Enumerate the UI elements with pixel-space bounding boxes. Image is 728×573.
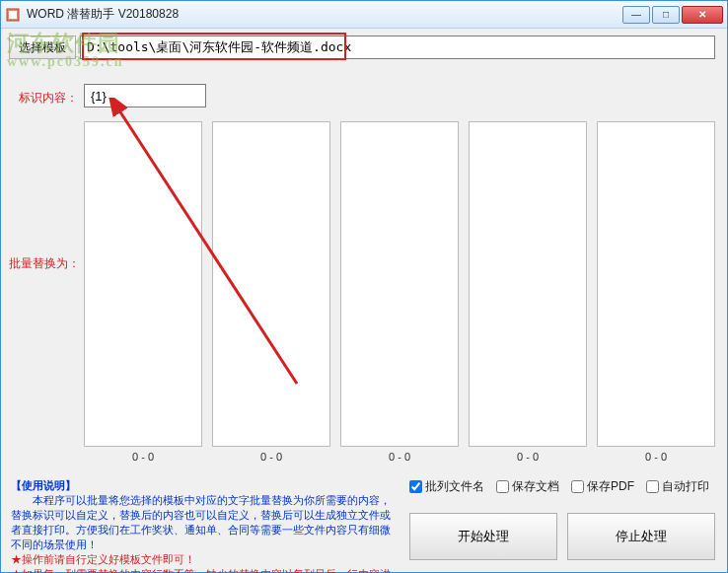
window-title: WORD 潜替助手 V20180828	[27, 6, 622, 23]
stop-button[interactable]: 停止处理	[567, 513, 715, 560]
app-window: WORD 潜替助手 V20180828 — □ ✕ 选择模板 标识内容： 批量替…	[0, 0, 728, 573]
identifier-label: 标识内容：	[19, 90, 78, 107]
help-line-3: ★如果每一列需要替换的内容行数不等，缺少的替换内容以每列最后一行内容进行替换！	[11, 568, 391, 573]
auto-print-input[interactable]	[646, 480, 659, 493]
replace-panel-2[interactable]	[212, 121, 330, 447]
auto-print-checkbox[interactable]: 自动打印	[646, 478, 709, 495]
count-3: 0 - 0	[340, 451, 459, 463]
bottom-row: 【使用说明】 本程序可以批量将您选择的模板中对应的文字批量替换为你所需要的内容，…	[9, 474, 715, 564]
replace-panel-5[interactable]	[597, 121, 715, 447]
minimize-button[interactable]: —	[622, 6, 650, 24]
replace-panel-3[interactable]	[340, 121, 459, 447]
save-doc-checkbox[interactable]: 保存文档	[496, 478, 559, 495]
template-path-input[interactable]	[80, 36, 715, 59]
help-text: 【使用说明】 本程序可以批量将您选择的模板中对应的文字批量替换为你所需要的内容，…	[9, 474, 398, 564]
count-5: 0 - 0	[597, 451, 715, 463]
controls-column: 批列文件名 保存文档 保存PDF 自动打印 开始处理 停止处理	[409, 474, 715, 564]
save-doc-input[interactable]	[496, 480, 509, 493]
template-row: 选择模板	[9, 35, 715, 60]
count-2: 0 - 0	[212, 451, 330, 463]
replace-panels	[84, 121, 715, 447]
help-line-2: ★操作前请自行定义好模板文件即可！	[11, 553, 195, 565]
window-controls: — □ ✕	[622, 6, 723, 24]
maximize-button[interactable]: □	[652, 6, 680, 24]
action-buttons: 开始处理 停止处理	[409, 513, 715, 560]
count-4: 0 - 0	[469, 451, 587, 463]
select-template-button[interactable]: 选择模板	[9, 36, 76, 59]
titlebar: WORD 潜替助手 V20180828 — □ ✕	[1, 1, 727, 29]
save-pdf-checkbox[interactable]: 保存PDF	[571, 478, 634, 495]
close-button[interactable]: ✕	[682, 6, 723, 24]
batch-filename-checkbox[interactable]: 批列文件名	[409, 478, 484, 495]
panel-counts: 0 - 0 0 - 0 0 - 0 0 - 0 0 - 0	[84, 451, 715, 463]
checkbox-row: 批列文件名 保存文档 保存PDF 自动打印	[409, 474, 715, 495]
app-icon	[5, 7, 21, 23]
content-area: 选择模板 标识内容： 批量替换为： 0 - 0 0 - 0 0 - 0 0 - …	[1, 29, 727, 572]
count-1: 0 - 0	[84, 451, 202, 463]
batch-replace-label: 批量替换为：	[9, 255, 80, 272]
identifier-input[interactable]	[84, 84, 206, 107]
svg-rect-1	[9, 11, 17, 19]
help-title: 【使用说明】	[11, 479, 76, 491]
save-pdf-input[interactable]	[571, 480, 584, 493]
batch-filename-input[interactable]	[409, 480, 422, 493]
replace-panel-1[interactable]	[84, 121, 202, 447]
start-button[interactable]: 开始处理	[409, 513, 557, 560]
help-line-1: 本程序可以批量将您选择的模板中对应的文字批量替换为你所需要的内容，替换标识可以自…	[11, 494, 391, 550]
replace-panel-4[interactable]	[469, 121, 587, 447]
